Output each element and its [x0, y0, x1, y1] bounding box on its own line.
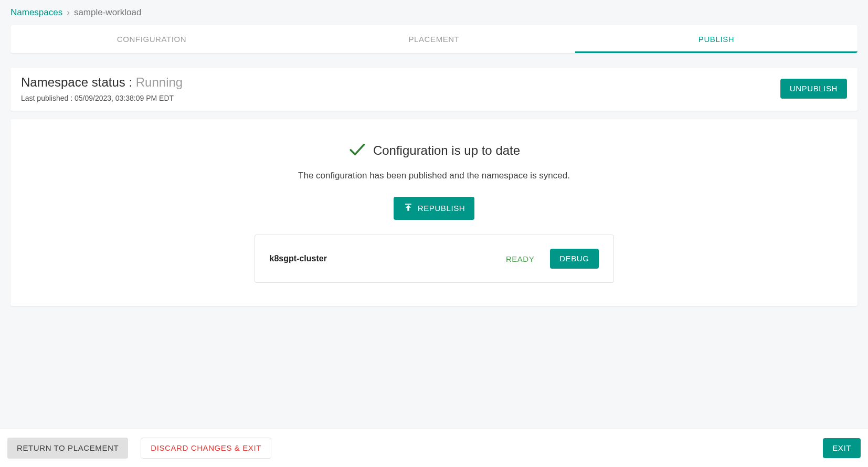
config-title-row: Configuration is up to date: [348, 140, 520, 161]
status-card: Namespace status : Running Last publishe…: [10, 68, 858, 111]
namespace-status-label: Namespace status :: [21, 75, 136, 89]
tabs-bar: CONFIGURATION PLACEMENT PUBLISH: [10, 25, 858, 53]
discard-changes-button[interactable]: DISCARD CHANGES & EXIT: [141, 438, 271, 459]
cluster-status: READY: [506, 254, 534, 263]
breadcrumb-separator: ›: [67, 7, 70, 18]
namespace-status-value: Running: [136, 75, 183, 89]
last-published-line: Last published : 05/09/2023, 03:38:09 PM…: [21, 94, 183, 102]
footer-left: RETURN TO PLACEMENT DISCARD CHANGES & EX…: [7, 438, 271, 459]
namespace-status-heading: Namespace status : Running: [21, 75, 183, 90]
upload-icon: [403, 202, 414, 215]
config-description: The configuration has been published and…: [21, 171, 847, 181]
cluster-card: k8sgpt-cluster READY DEBUG: [255, 235, 614, 283]
config-card: Configuration is up to date The configur…: [10, 119, 858, 306]
last-published-label: Last published :: [21, 94, 75, 102]
unpublish-button[interactable]: UNPUBLISH: [780, 79, 847, 99]
breadcrumb-root-link[interactable]: Namespaces: [10, 7, 62, 18]
tab-placement[interactable]: PLACEMENT: [293, 25, 575, 53]
republish-label: REPUBLISH: [418, 204, 465, 213]
tab-configuration[interactable]: CONFIGURATION: [10, 25, 293, 53]
check-icon: [348, 140, 366, 161]
status-info: Namespace status : Running Last publishe…: [21, 75, 183, 102]
return-to-placement-button[interactable]: RETURN TO PLACEMENT: [7, 438, 128, 459]
cluster-name: k8sgpt-cluster: [270, 254, 327, 263]
last-published-value: 05/09/2023, 03:38:09 PM EDT: [75, 94, 174, 102]
footer-bar: RETURN TO PLACEMENT DISCARD CHANGES & EX…: [0, 429, 868, 467]
republish-button[interactable]: REPUBLISH: [394, 197, 474, 220]
breadcrumb: Namespaces › sample-workload: [10, 0, 858, 25]
cluster-right: READY DEBUG: [506, 249, 599, 269]
config-title-text: Configuration is up to date: [373, 143, 520, 158]
tab-publish[interactable]: PUBLISH: [575, 25, 858, 53]
exit-button[interactable]: EXIT: [823, 438, 861, 458]
debug-button[interactable]: DEBUG: [550, 249, 598, 269]
main-content: Namespaces › sample-workload CONFIGURATI…: [0, 0, 868, 429]
breadcrumb-current: sample-workload: [74, 7, 142, 18]
